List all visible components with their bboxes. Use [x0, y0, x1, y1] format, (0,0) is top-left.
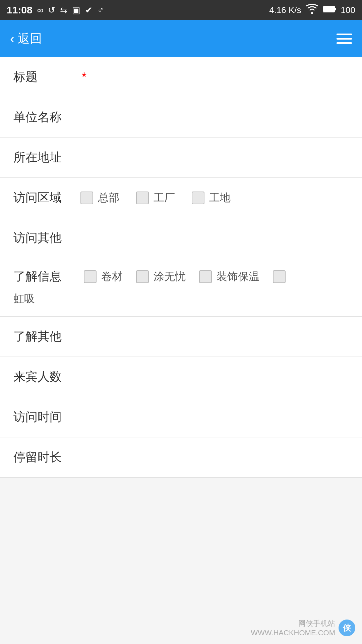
label-title: 标题 [13, 69, 80, 85]
info-sub-label: 虹吸 [13, 291, 349, 306]
checkbox-label-juancai: 卷材 [101, 269, 123, 284]
form-container: 标题 * 单位名称 所在地址 访问区域 总部 工厂 工地 访问其他 [0, 57, 362, 478]
check-icon: ✔ [85, 5, 93, 15]
checkbox-item-zongbu: 总部 [80, 191, 119, 205]
watermark-logo: 侠 [339, 620, 355, 636]
label-stay-duration: 停留时长 [13, 449, 80, 466]
label-guest-count: 来宾人数 [13, 369, 80, 385]
svg-rect-2 [335, 8, 336, 10]
wifi-icon [306, 4, 318, 16]
status-bar: 11:08 ∞ ↺ ⇆ ▣ ✔ ♂ 4.16 K/s 100 [0, 0, 362, 20]
checkbox-item-tuwuyou: 涂无忧 [136, 269, 186, 284]
image-icon: ▣ [72, 5, 80, 15]
infinity-icon: ∞ [37, 5, 44, 15]
checkbox-label-gongchang: 工厂 [154, 191, 175, 205]
hamburger-line-2 [337, 38, 352, 40]
network-speed: 4.16 K/s [269, 5, 301, 15]
checkbox-zhuangshi[interactable] [199, 270, 212, 283]
nav-bar: ‹ 返回 [0, 20, 362, 57]
watermark-site-name: 网侠手机站 [251, 619, 335, 629]
watermark-site-url: WWW.HACKHOME.COM [251, 629, 335, 637]
status-right: 4.16 K/s 100 [269, 4, 355, 16]
label-info-other: 了解其他 [13, 328, 80, 345]
label-visit-time: 访问时间 [13, 409, 80, 425]
svg-point-0 [311, 12, 313, 14]
field-info-other: 了解其他 [0, 317, 362, 357]
visit-area-checkboxes: 总部 工厂 工地 [80, 191, 231, 205]
field-stay-duration: 停留时长 [0, 437, 362, 478]
battery-level: 100 [341, 5, 355, 15]
checkbox-label-tuwuyou: 涂无忧 [154, 269, 186, 284]
checkbox-label-gongdi: 工地 [209, 191, 231, 205]
person-icon: ♂ [97, 5, 104, 15]
checkbox-item-gongdi: 工地 [192, 191, 231, 205]
label-address: 所在地址 [13, 149, 80, 166]
checkbox-juancai[interactable] [84, 270, 97, 283]
label-visit-other: 访问其他 [13, 230, 80, 246]
checkbox-zongbu[interactable] [80, 192, 93, 204]
watermark: 网侠手机站 WWW.HACKHOME.COM 侠 [251, 619, 355, 637]
menu-button[interactable] [337, 34, 352, 44]
back-label: 返回 [18, 31, 42, 47]
field-visit-other: 访问其他 [0, 218, 362, 258]
field-visit-time: 访问时间 [0, 397, 362, 437]
checkbox-label-zongbu: 总部 [98, 191, 119, 205]
checkbox-tuwuyou[interactable] [136, 270, 149, 283]
checkbox-item-gongchang: 工厂 [136, 191, 175, 205]
info-checkboxes: 卷材 涂无忧 装饰保温 [84, 269, 286, 284]
field-title: 标题 * [0, 57, 362, 97]
field-unit-name: 单位名称 [0, 97, 362, 138]
field-visit-area: 访问区域 总部 工厂 工地 [0, 178, 362, 218]
checkbox-item-zhuangshi: 装饰保温 [199, 269, 259, 284]
status-time: 11:08 [7, 4, 33, 16]
back-button[interactable]: ‹ 返回 [10, 31, 42, 47]
status-left: 11:08 ∞ ↺ ⇆ ▣ ✔ ♂ [7, 4, 104, 16]
checkbox-gongchang[interactable] [136, 192, 149, 204]
checkbox-item-juancai: 卷材 [84, 269, 123, 284]
hamburger-line-1 [337, 34, 352, 35]
checkbox-extra[interactable] [273, 270, 286, 283]
field-address: 所在地址 [0, 138, 362, 178]
required-star-title: * [82, 70, 86, 84]
label-unit-name: 单位名称 [13, 109, 80, 125]
label-info: 了解信息 [13, 268, 80, 285]
back-arrow-icon: ‹ [10, 31, 14, 46]
sync-icon: ↺ [48, 5, 55, 15]
info-top-row: 了解信息 卷材 涂无忧 装饰保温 [13, 268, 349, 285]
svg-rect-3 [323, 6, 334, 12]
hamburger-line-3 [337, 42, 352, 44]
checkbox-label-zhuangshi: 装饰保温 [217, 269, 259, 284]
battery-outline-icon [323, 5, 336, 15]
field-info: 了解信息 卷材 涂无忧 装饰保温 虹吸 [0, 258, 362, 317]
label-visit-area: 访问区域 [13, 190, 80, 206]
field-guest-count: 来宾人数 [0, 357, 362, 397]
usb-icon: ⇆ [60, 5, 67, 15]
checkbox-gongdi[interactable] [192, 192, 204, 204]
